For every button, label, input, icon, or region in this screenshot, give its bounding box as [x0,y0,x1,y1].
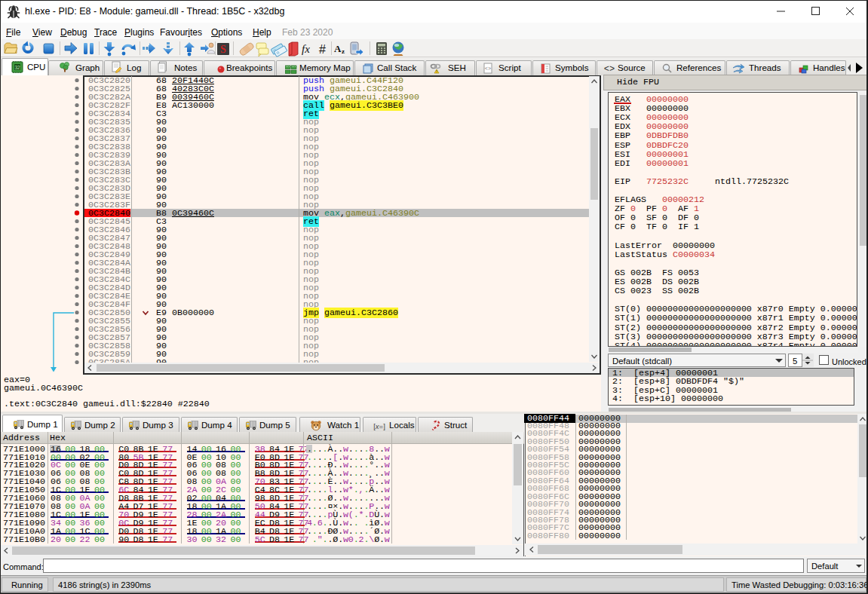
svg-text:[x=]: [x=] [373,422,385,430]
